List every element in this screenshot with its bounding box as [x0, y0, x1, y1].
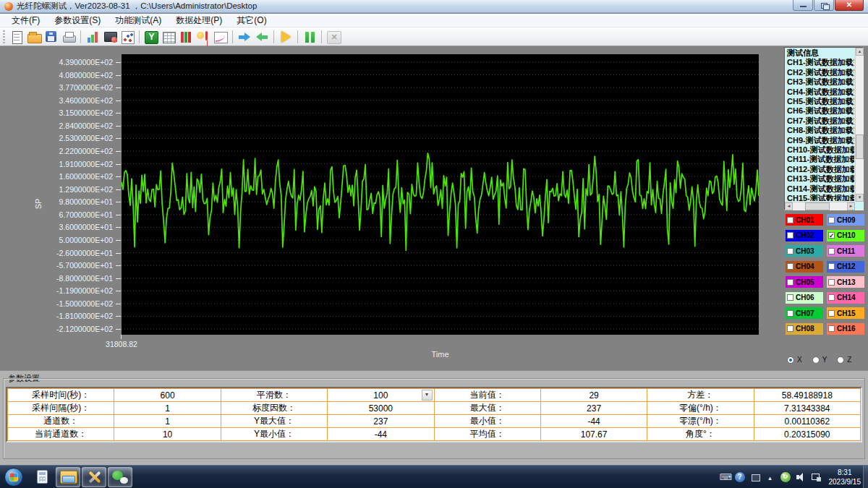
channel-chip-ch16[interactable]: CH16 [827, 323, 864, 335]
list-item[interactable]: CH12-测试数据加载完 [787, 165, 854, 174]
channel-checkbox[interactable] [787, 263, 793, 270]
channel-checkbox[interactable] [787, 294, 793, 301]
temperature-icon[interactable] [195, 30, 211, 44]
channel-checkbox[interactable] [828, 325, 835, 332]
taskbar-clock[interactable]: 8:31 2023/9/15 [829, 468, 861, 487]
channel-checkbox[interactable] [828, 263, 835, 270]
help-icon[interactable] [735, 472, 745, 482]
taskbar-explorer[interactable] [56, 467, 80, 487]
channel-chip-ch01[interactable]: CH01 [786, 214, 823, 226]
channel-chip-ch14[interactable]: CH14 [827, 292, 864, 304]
taskbar-tools[interactable] [82, 467, 106, 487]
network-icon[interactable] [811, 472, 821, 482]
channel-checkbox[interactable] [787, 232, 793, 239]
open-file-icon[interactable] [26, 30, 42, 44]
channel-checkbox[interactable] [787, 217, 793, 223]
channel-checkbox[interactable] [787, 325, 793, 332]
channel-checkbox[interactable]: ✓ [828, 232, 835, 239]
channel-chip-ch15[interactable]: CH15 [827, 307, 864, 319]
back-arrow-icon[interactable] [254, 30, 270, 44]
param-value[interactable]: -44 [540, 415, 647, 428]
channel-chip-ch08[interactable]: CH08 [786, 323, 823, 335]
channel-chip-ch10[interactable]: ✓CH10 [827, 230, 864, 241]
channel-chip-ch13[interactable]: CH13 [827, 276, 864, 288]
channel-chip-ch03[interactable]: CH03 [786, 245, 823, 257]
vertical-scroll-thumb[interactable] [856, 134, 864, 159]
scroll-up-button[interactable]: ▲ [856, 48, 864, 56]
y-axis-icon[interactable] [143, 30, 159, 44]
sync-icon[interactable] [780, 472, 791, 482]
axis-radio-x[interactable]: X [787, 356, 802, 364]
horizontal-scroll-thumb[interactable] [805, 202, 830, 210]
window-icon[interactable] [750, 472, 760, 482]
channel-chip-ch06[interactable]: CH06 [786, 292, 823, 304]
start-button[interactable] [4, 468, 23, 487]
horizontal-scrollbar[interactable]: ◄ ► [785, 202, 855, 210]
param-value[interactable]: 237 [540, 402, 647, 415]
channel-checkbox[interactable] [787, 279, 793, 286]
param-value[interactable]: 0.00110362 [754, 415, 860, 428]
channel-checkbox[interactable] [828, 310, 835, 317]
list-item[interactable]: CH3-测试数据加载完 [787, 77, 854, 87]
param-value[interactable]: 600 [114, 389, 221, 402]
menu-item[interactable]: 文件(F) [4, 14, 47, 27]
list-item[interactable]: CH14-测试数据加载完 [787, 184, 854, 194]
data-grid-icon[interactable] [161, 30, 176, 44]
stop-disabled-icon[interactable] [326, 30, 341, 44]
param-value[interactable]: 1 [114, 402, 221, 415]
param-value[interactable]: 53000 [328, 402, 434, 415]
bar-chart-icon[interactable] [85, 30, 101, 44]
list-item[interactable]: CH10-测试数据加载完 [787, 145, 854, 155]
menu-item[interactable]: 其它(O) [229, 14, 273, 27]
volume-icon[interactable] [796, 472, 806, 482]
param-value[interactable]: 1 [114, 415, 221, 428]
param-value[interactable]: -44 [328, 428, 434, 441]
save-icon[interactable] [43, 30, 59, 44]
scroll-down-button[interactable]: ▼ [856, 194, 864, 202]
play-icon[interactable] [278, 30, 294, 44]
list-item[interactable]: CH1-测试数据加载完 [787, 58, 854, 67]
list-item[interactable]: CH2-测试数据加载完 [787, 68, 854, 77]
close-button[interactable]: ✕ [835, 0, 864, 11]
list-item[interactable]: CH7-测试数据加载完 [787, 116, 854, 126]
forward-arrow-icon[interactable] [237, 30, 252, 44]
param-value-dropdown[interactable]: 100 [328, 389, 434, 402]
param-value[interactable]: 10 [114, 428, 221, 441]
pause-icon[interactable] [302, 30, 318, 44]
channel-chip-ch12[interactable]: CH12 [827, 261, 864, 273]
taskbar-calculator[interactable] [30, 467, 54, 487]
keyboard-icon[interactable] [720, 472, 730, 482]
channel-checkbox[interactable] [828, 248, 835, 254]
hidden-icon[interactable] [765, 472, 775, 482]
taskbar-wechat[interactable] [108, 467, 132, 487]
param-value[interactable]: 0.20315090 [754, 428, 860, 441]
vertical-scrollbar[interactable]: ▲ ▼ [855, 48, 863, 202]
channel-chip-ch04[interactable]: CH04 [786, 261, 823, 273]
list-item[interactable]: CH8-测试数据加载完 [787, 126, 854, 135]
channel-chip-ch07[interactable]: CH07 [786, 307, 823, 319]
channel-chip-ch02[interactable]: CH02 [786, 230, 823, 241]
minimize-button[interactable] [793, 0, 813, 11]
channel-checkbox[interactable] [787, 310, 793, 317]
list-item[interactable]: CH6-测试数据加载完 [787, 106, 854, 116]
scroll-left-button[interactable]: ◄ [785, 202, 793, 210]
list-item[interactable]: CH4-测试数据加载完 [787, 87, 854, 97]
channel-chip-ch11[interactable]: CH11 [827, 245, 864, 257]
channel-checkbox[interactable] [828, 294, 835, 301]
param-value[interactable]: 237 [328, 415, 434, 428]
monitor-error-icon[interactable] [102, 30, 118, 44]
channel-checkbox[interactable] [828, 217, 835, 223]
color-bars-icon[interactable] [178, 30, 194, 44]
param-value[interactable]: 29 [540, 389, 647, 402]
scatter-plot-icon[interactable] [119, 30, 135, 44]
list-item[interactable]: CH5-测试数据加载完 [787, 97, 854, 106]
param-value[interactable]: 7.31343384 [754, 402, 860, 415]
print-icon[interactable] [61, 30, 77, 44]
param-value[interactable]: 58.49188918 [754, 389, 860, 402]
curve-fit-icon[interactable] [213, 30, 229, 44]
show-desktop-button[interactable] [863, 466, 868, 488]
list-item[interactable]: CH15-测试数据加载完 [787, 194, 854, 201]
list-item[interactable]: CH9-测试数据加载完 [787, 136, 854, 145]
channel-chip-ch05[interactable]: CH05 [786, 276, 823, 288]
channel-checkbox[interactable] [828, 279, 835, 286]
